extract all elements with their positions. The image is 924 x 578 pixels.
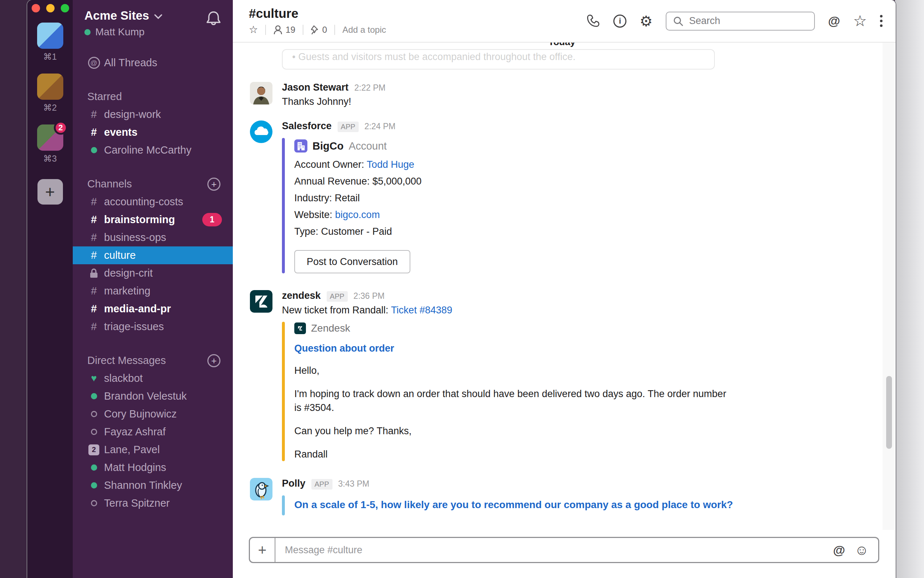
field-account-owner: Account Owner: Todd Huge [294,156,422,173]
close-window-button[interactable] [32,4,40,12]
avatar[interactable] [250,82,272,104]
sidebar-item-media-and-pr[interactable]: # media-and-pr [73,300,233,318]
search-box[interactable] [666,11,815,31]
team-menu[interactable]: Acme Sites [84,9,222,23]
minimize-window-button[interactable] [46,4,55,12]
message-timestamp: 2:24 PM [364,122,396,132]
sidebar-item-brandon-velestuk[interactable]: Brandon Velestuk [73,387,233,405]
sidebar-item-terra-spitzner[interactable]: Terra Spitzner [73,494,233,512]
sidebar-item-matt-hodgins[interactable]: Matt Hodgins [73,459,233,476]
mention-icon[interactable]: @ [833,543,845,557]
message-author[interactable]: Jason Stewart [282,82,348,93]
sidebar-item-shannon-tinkley[interactable]: Shannon Tinkley [73,476,233,494]
more-options-icon[interactable] [880,15,882,27]
channel-header: #culture ☆ 19 0 [233,0,896,42]
channel-meta-row: ☆ 19 0 Add a topic [249,24,386,36]
website-link[interactable]: bigco.com [335,209,380,220]
salesforce-attachment: BigCo Account Account Owner: Todd Huge A… [282,138,422,273]
sidebar-item-brainstorming[interactable]: # brainstorming 1 [73,211,233,229]
presence-online-icon [87,147,100,153]
app-badge: APP [311,479,332,490]
presence-offline-icon [87,429,100,435]
main-panel: #culture ☆ 19 0 [233,0,896,578]
hash-icon: # [87,321,100,333]
add-channel-icon[interactable]: + [207,178,220,191]
team-header: Acme Sites Matt Kump [73,0,233,38]
scrollbar-thumb[interactable] [886,376,892,449]
sidebar-item-lane-pavel[interactable]: 2 Lane, Pavel [73,441,233,459]
workspace-switcher-3[interactable]: 2 ⌘3 [37,125,63,172]
person-icon [273,25,283,35]
message-author[interactable]: Polly [282,478,306,489]
add-workspace-button[interactable]: + [37,179,63,205]
sidebar-item-business-ops[interactable]: # business-ops [73,229,233,247]
attach-plus-button[interactable]: + [250,538,275,562]
sidebar-item-accounting-costs[interactable]: # accounting-costs [73,193,233,211]
message-author[interactable]: zendesk [282,290,321,301]
ticket-subject-link[interactable]: Question about order [294,343,727,354]
pinned-count[interactable]: 0 [311,25,327,35]
workspace-switcher-2[interactable]: ⌘2 [37,73,63,121]
message-list: Today • Guests and visitors must be acco… [233,42,896,578]
polly-avatar[interactable] [250,478,272,500]
sidebar-item-culture-selected[interactable]: # culture [73,247,233,264]
sidebar-item-caroline-mccarthy[interactable]: Caroline McCarthy [73,141,233,159]
zoom-window-button[interactable] [61,4,69,12]
emoji-icon[interactable]: ☺ [854,543,869,557]
add-topic-button[interactable]: Add a topic [342,25,386,35]
ticket-body-paragraph: Randall [294,447,727,461]
sidebar-item-design-crit[interactable]: design-crit [73,264,233,282]
search-input[interactable] [688,15,799,27]
scrollbar-track[interactable] [882,42,895,530]
call-phone-icon[interactable] [585,13,600,29]
zendesk-avatar[interactable] [250,290,272,313]
channel-sidebar: Acme Sites Matt Kump @ [73,0,233,578]
ticket-body-paragraph: I'm hoping to track down an order that s… [294,387,727,414]
star-channel-icon[interactable]: ☆ [249,24,258,36]
chevron-down-icon [154,14,162,19]
poll-question-link[interactable]: On a scale of 1-5, how likely are you to… [294,498,804,512]
ticket-link[interactable]: Ticket #84389 [391,305,453,316]
current-user[interactable]: Matt Kump [84,26,222,38]
sidebar-item-design-work[interactable]: # design-work [73,106,233,123]
message-author[interactable]: Salesforce [282,120,332,132]
field-type: Type: Customer - Paid [294,223,422,240]
add-dm-icon[interactable]: + [207,354,220,367]
sidebar-item-triage-issues[interactable]: # triage-issues [73,318,233,336]
mentions-icon[interactable]: @ [828,14,840,28]
member-count[interactable]: 19 [273,25,295,35]
message-composer[interactable]: + @ ☺ [249,537,879,563]
pin-icon [311,25,319,35]
sidebar-item-events[interactable]: # events [73,123,233,141]
attachment-service-name[interactable]: Zendesk [311,323,350,334]
account-owner-link[interactable]: Todd Huge [367,159,414,170]
workspace-icon-2[interactable] [37,73,63,100]
channel-info-icon[interactable]: i [613,15,626,28]
message-polly: Polly APP 3:43 PM On a scale of 1-5, how… [250,478,896,515]
presence-online-icon [87,393,100,399]
ticket-body-paragraph: Can you help me? Thanks, [294,424,727,438]
sidebar-item-slackbot[interactable]: ♥ slackbot [73,369,233,387]
sidebar-item-marketing[interactable]: # marketing [73,282,233,300]
hash-icon: # [87,249,100,261]
salesforce-avatar[interactable] [250,120,272,143]
sidebar-item-cory-bujnowicz[interactable]: Cory Bujnowicz [73,405,233,423]
workspace-switcher-1[interactable]: ⌘1 [37,23,63,70]
sidebar-item-fayaz-ashraf[interactable]: Fayaz Ashraf [73,423,233,441]
day-divider-label: Today [542,42,582,48]
hash-icon: # [87,303,100,315]
starred-items-icon[interactable]: ☆ [853,13,867,29]
workspace-icon-1[interactable] [37,23,63,49]
lock-icon [87,268,100,279]
account-name[interactable]: BigCo [312,140,343,152]
account-type-label: Account [348,140,387,152]
slack-window: ⌘1 ⌘2 2 ⌘3 + Acme Sites [27,0,896,578]
message-timestamp: 2:22 PM [354,83,386,93]
window-controls [27,4,73,12]
post-to-conversation-button[interactable]: Post to Conversation [294,250,410,273]
sidebar-item-all-threads[interactable]: @ All Threads [73,54,233,72]
notifications-bell-icon[interactable] [206,10,221,27]
gear-icon[interactable]: ⚙ [639,14,653,28]
hash-icon: # [87,214,100,226]
message-input[interactable] [275,544,833,556]
